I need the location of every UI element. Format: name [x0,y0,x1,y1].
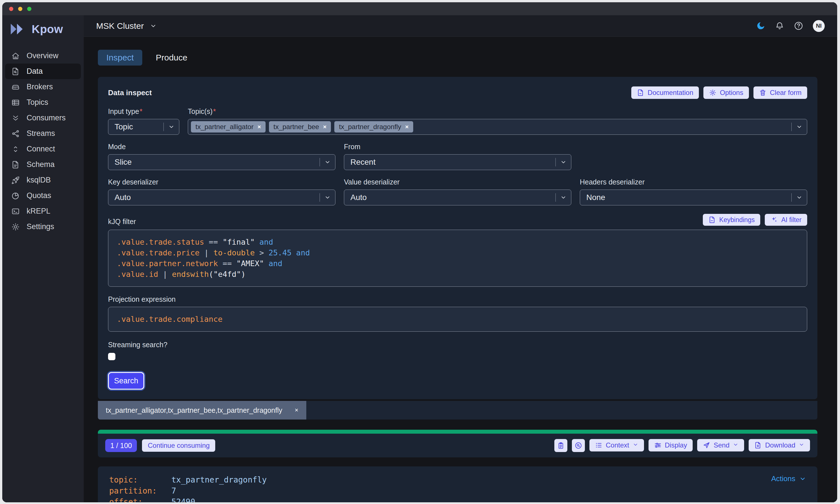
display-button[interactable]: Display [649,439,693,451]
record-actions-button[interactable]: Actions [771,474,806,483]
sidebar-item-overview[interactable]: Overview [5,48,81,64]
keybindings-button[interactable]: Keybindings [703,214,760,226]
headers-deserializer-select[interactable]: None [580,190,807,205]
list-icon [595,442,602,449]
tab-inspect[interactable]: Inspect [98,50,142,66]
sliders-icon [654,442,662,449]
document-icon [11,160,20,169]
avatar[interactable]: NI [813,20,825,32]
kpow-logo-icon [10,23,27,36]
sidebar: Kpow Overview Data Brokers Topics Consum… [2,15,84,502]
clear-form-button[interactable]: Clear form [753,87,807,99]
kpow-logo[interactable]: Kpow [2,23,84,36]
chevrons-updown-icon [11,145,20,154]
mode-label: Mode [108,143,336,151]
document-icon [637,89,644,96]
sidebar-item-brokers[interactable]: Brokers [5,79,81,95]
cluster-selector[interactable]: MSK Cluster [96,21,157,31]
chevron-down-icon [560,159,566,165]
projection-editor[interactable]: .value.trade.compliance [108,307,807,332]
chevron-down-icon [733,442,738,448]
context-button[interactable]: Context [589,439,644,451]
locate-icon [575,442,582,449]
send-button[interactable]: Send [697,439,744,451]
value-deserializer-label: Value deserializer [344,178,571,186]
panel-title: Data inspect [108,88,152,97]
continue-consuming-button[interactable]: Continue consuming [142,439,215,452]
topic-chips: tx_partner_alligator×tx_partner_bee×tx_p… [191,121,417,132]
chevrons-down-icon [11,114,20,122]
download-button[interactable]: Download [749,439,810,451]
sidebar-item-streams[interactable]: Streams [5,126,81,141]
input-type-label: Input type [108,107,179,115]
document-icon [708,216,716,223]
home-icon [11,52,20,60]
topics-label: Topic(s) [188,107,807,115]
topic-chip[interactable]: tx_partner_alligator× [191,121,265,132]
topbar: MSK Cluster NI [84,15,837,37]
sidebar-item-schema[interactable]: Schema [5,157,81,172]
documentation-button[interactable]: Documentation [631,87,699,99]
sidebar-item-data[interactable]: Data [5,64,81,79]
cluster-name: MSK Cluster [96,21,144,31]
app-window: Kpow Overview Data Brokers Topics Consum… [2,2,837,502]
mode-select[interactable]: Slice [108,154,336,170]
moon-icon[interactable] [756,21,765,31]
results-toolbar: 1 / 100 Continue consuming Contex [98,430,817,457]
remove-topic-icon[interactable]: × [323,124,326,130]
kjq-filter-editor[interactable]: .value.trade.status == "final" and.value… [108,230,807,287]
topics-multiselect[interactable]: tx_partner_alligator×tx_partner_bee×tx_p… [188,119,807,135]
copy-results-button[interactable] [554,439,567,452]
sidebar-item-ksqldb[interactable]: ksqlDB [5,172,81,188]
close-window-button[interactable] [9,7,13,11]
table-icon [11,98,20,107]
sidebar-item-topics[interactable]: Topics [5,95,81,110]
options-button[interactable]: Options [703,87,749,99]
input-type-select[interactable]: Topic [108,119,179,135]
ai-filter-button[interactable]: AI filter [765,214,807,226]
share-icon [11,129,20,138]
record-field-row: offset:52490 [109,497,267,502]
zoom-window-button[interactable] [27,7,31,11]
server-icon [11,83,20,91]
key-deserializer-select[interactable]: Auto [108,190,336,205]
consumed-topics-chip[interactable]: tx_partner_alligator,tx_partner_bee,tx_p… [98,401,306,419]
key-deserializer-label: Key deserializer [108,178,336,186]
headers-deserializer-label: Headers deserializer [580,178,807,186]
from-label: From [344,143,571,151]
file-search-icon [11,67,20,76]
chevron-down-icon [150,23,157,30]
gear-icon [709,89,716,96]
sidebar-item-connect[interactable]: Connect [5,141,81,157]
topic-chip[interactable]: tx_partner_bee× [269,121,331,132]
titlebar [2,2,837,15]
bell-icon[interactable] [775,21,784,31]
help-icon[interactable] [794,21,803,31]
terminal-icon [11,207,20,216]
chevron-down-icon [633,442,638,448]
from-select[interactable]: Recent [344,154,571,170]
send-icon [703,442,710,449]
locate-button[interactable] [572,439,585,452]
record-fields: topic:tx_partner_dragonflypartition:7off… [109,474,267,502]
chevron-down-icon [168,124,174,130]
tab-produce[interactable]: Produce [147,50,196,66]
remove-topic-icon[interactable]: × [405,124,409,130]
topic-chip[interactable]: tx_partner_dragonfly× [334,121,413,132]
result-count-badge: 1 / 100 [105,439,137,452]
chevron-down-icon [796,194,802,201]
streaming-search-checkbox[interactable] [108,353,115,360]
progress-bar [98,430,817,434]
sparkles-icon [770,216,778,223]
remove-consumed-topics-icon[interactable]: × [295,407,298,414]
search-button[interactable]: Search [108,372,144,390]
sidebar-item-settings[interactable]: Settings [5,219,81,234]
sidebar-item-consumers[interactable]: Consumers [5,110,81,126]
value-deserializer-select[interactable]: Auto [344,190,571,205]
kjq-filter-label: kJQ filter [108,218,136,226]
chevron-down-icon [796,124,802,130]
sidebar-item-krepl[interactable]: kREPL [5,203,81,219]
remove-topic-icon[interactable]: × [257,124,261,130]
sidebar-item-quotas[interactable]: Quotas [5,188,81,203]
minimize-window-button[interactable] [18,7,22,11]
